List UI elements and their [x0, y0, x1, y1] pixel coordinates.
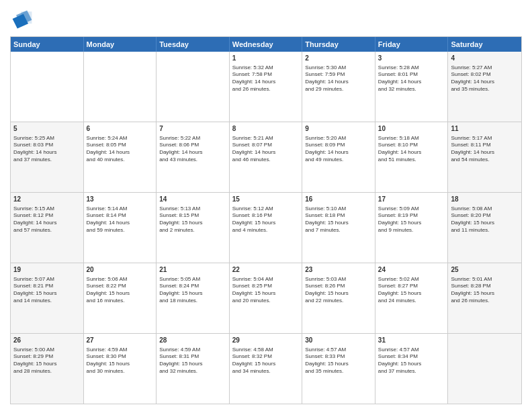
calendar-cell: 6Sunrise: 5:24 AMSunset: 8:05 PMDaylight…	[84, 122, 157, 192]
cell-text-line: and 11 minutes.	[451, 227, 519, 234]
day-number: 5	[13, 124, 81, 134]
cell-text-line: and 4 minutes.	[232, 227, 300, 234]
logo	[10, 7, 37, 31]
cell-text-line: Sunset: 8:18 PM	[305, 212, 372, 220]
cell-text-line: Sunrise: 5:00 AM	[13, 347, 81, 354]
cell-text-line: Sunrise: 5:02 AM	[378, 276, 445, 283]
cell-text-line: Sunset: 8:03 PM	[13, 142, 81, 149]
day-number: 18	[451, 195, 519, 204]
calendar-cell: 15Sunrise: 5:12 AMSunset: 8:16 PMDayligh…	[230, 193, 303, 263]
cell-text-line: and 16 minutes.	[87, 298, 154, 305]
cell-text-line: Sunrise: 5:01 AM	[451, 276, 519, 283]
cell-text-line: Sunrise: 4:57 AM	[305, 347, 372, 354]
cell-text-line: Daylight: 14 hours	[451, 149, 519, 156]
cell-text-line: Sunrise: 4:59 AM	[159, 347, 226, 354]
cell-text-line: Sunrise: 5:25 AM	[13, 135, 81, 142]
day-number: 4	[451, 54, 519, 63]
day-number: 14	[159, 195, 226, 204]
day-number: 16	[305, 195, 372, 204]
header-day-sunday: Sunday	[11, 37, 84, 52]
calendar-cell: 19Sunrise: 5:07 AMSunset: 8:21 PMDayligh…	[11, 263, 84, 333]
calendar-cell: 25Sunrise: 5:01 AMSunset: 8:28 PMDayligh…	[448, 263, 521, 333]
cell-text-line: Sunset: 8:34 PM	[378, 353, 445, 361]
cell-text-line: Sunrise: 5:27 AM	[451, 64, 519, 72]
calendar-cell: 13Sunrise: 5:14 AMSunset: 8:14 PMDayligh…	[84, 193, 157, 263]
cell-text-line: and 26 minutes.	[451, 298, 519, 305]
cell-text-line: Sunset: 8:12 PM	[13, 212, 81, 220]
cell-text-line: and 49 minutes.	[305, 156, 372, 164]
calendar-cell: 3Sunrise: 5:28 AMSunset: 8:01 PMDaylight…	[375, 52, 449, 122]
cell-text-line: Sunrise: 5:30 AM	[305, 64, 372, 72]
cell-text-line: Sunrise: 5:06 AM	[87, 276, 154, 283]
calendar-cell: 22Sunrise: 5:04 AMSunset: 8:25 PMDayligh…	[230, 263, 303, 333]
cell-text-line: and 57 minutes.	[13, 227, 81, 234]
cell-text-line: Daylight: 14 hours	[87, 220, 154, 227]
cell-text-line: Sunset: 8:29 PM	[13, 353, 81, 361]
cell-text-line: Sunset: 8:11 PM	[451, 142, 519, 149]
cell-text-line: and 32 minutes.	[159, 368, 226, 375]
day-number: 9	[305, 124, 372, 134]
cell-text-line: Sunrise: 5:32 AM	[232, 64, 300, 72]
day-number: 17	[378, 195, 445, 204]
cell-text-line: Sunset: 8:19 PM	[378, 212, 445, 220]
cell-text-line: Sunrise: 5:14 AM	[87, 205, 154, 213]
cell-text-line: Sunset: 7:58 PM	[232, 71, 300, 79]
cell-text-line: Sunset: 8:05 PM	[87, 142, 154, 149]
cell-text-line: Sunrise: 4:57 AM	[378, 347, 445, 354]
calendar-cell: 14Sunrise: 5:13 AMSunset: 8:15 PMDayligh…	[157, 193, 230, 263]
cell-text-line: Sunset: 8:31 PM	[159, 353, 226, 361]
cell-text-line: Daylight: 14 hours	[451, 79, 519, 86]
cell-text-line: Daylight: 15 hours	[305, 220, 372, 227]
calendar-cell: 11Sunrise: 5:17 AMSunset: 8:11 PMDayligh…	[448, 122, 521, 192]
header-day-monday: Monday	[84, 37, 157, 52]
cell-text-line: Daylight: 15 hours	[305, 361, 372, 368]
cell-text-line: Daylight: 15 hours	[159, 220, 226, 227]
calendar-row-3: 19Sunrise: 5:07 AMSunset: 8:21 PMDayligh…	[11, 263, 521, 333]
day-number: 27	[87, 336, 154, 345]
header	[10, 7, 522, 31]
cell-text-line: Daylight: 15 hours	[451, 290, 519, 298]
cell-text-line: and 30 minutes.	[87, 368, 154, 375]
cell-text-line: and 35 minutes.	[305, 368, 372, 375]
calendar-header: SundayMondayTuesdayWednesdayThursdayFrid…	[11, 37, 521, 52]
cell-text-line: and 14 minutes.	[13, 298, 81, 305]
calendar-cell: 18Sunrise: 5:08 AMSunset: 8:20 PMDayligh…	[448, 193, 521, 263]
cell-text-line: Sunrise: 4:59 AM	[87, 347, 154, 354]
cell-text-line: Sunset: 8:06 PM	[159, 142, 226, 149]
day-number: 31	[378, 336, 445, 345]
cell-text-line: and 26 minutes.	[232, 86, 300, 93]
cell-text-line: Sunset: 8:26 PM	[305, 283, 372, 290]
cell-text-line: and 32 minutes.	[378, 86, 445, 93]
cell-text-line: Daylight: 14 hours	[378, 79, 445, 86]
cell-text-line: Sunset: 8:02 PM	[451, 71, 519, 79]
cell-text-line: Sunset: 8:09 PM	[305, 142, 372, 149]
calendar-cell: 28Sunrise: 4:59 AMSunset: 8:31 PMDayligh…	[157, 334, 230, 404]
calendar-cell: 9Sunrise: 5:20 AMSunset: 8:09 PMDaylight…	[302, 122, 375, 192]
calendar-cell: 16Sunrise: 5:10 AMSunset: 8:18 PMDayligh…	[302, 193, 375, 263]
calendar-cell: 27Sunrise: 4:59 AMSunset: 8:30 PMDayligh…	[84, 334, 157, 404]
cell-text-line: Daylight: 15 hours	[378, 290, 445, 298]
cell-text-line: Sunset: 7:59 PM	[305, 71, 372, 79]
cell-text-line: Daylight: 14 hours	[13, 220, 81, 227]
cell-text-line: Daylight: 14 hours	[13, 149, 81, 156]
cell-text-line: Daylight: 14 hours	[232, 149, 300, 156]
cell-text-line: and 54 minutes.	[451, 156, 519, 164]
day-number: 2	[305, 54, 372, 63]
logo-icon	[10, 7, 34, 31]
cell-text-line: and 43 minutes.	[159, 156, 226, 164]
cell-text-line: Sunrise: 5:20 AM	[305, 135, 372, 142]
calendar-row-4: 26Sunrise: 5:00 AMSunset: 8:29 PMDayligh…	[11, 333, 521, 404]
day-number: 20	[87, 265, 154, 275]
cell-text-line: Sunrise: 5:21 AM	[232, 135, 300, 142]
cell-text-line: and 22 minutes.	[305, 298, 372, 305]
cell-text-line: Sunset: 8:24 PM	[159, 283, 226, 290]
day-number: 6	[87, 124, 154, 134]
calendar-cell: 31Sunrise: 4:57 AMSunset: 8:34 PMDayligh…	[375, 334, 449, 404]
day-number: 8	[232, 124, 300, 134]
day-number: 26	[13, 336, 81, 345]
calendar-cell: 7Sunrise: 5:22 AMSunset: 8:06 PMDaylight…	[157, 122, 230, 192]
cell-text-line: Sunrise: 5:22 AM	[159, 135, 226, 142]
calendar-cell: 5Sunrise: 5:25 AMSunset: 8:03 PMDaylight…	[11, 122, 84, 192]
cell-text-line: and 35 minutes.	[451, 86, 519, 93]
day-number: 23	[305, 265, 372, 275]
